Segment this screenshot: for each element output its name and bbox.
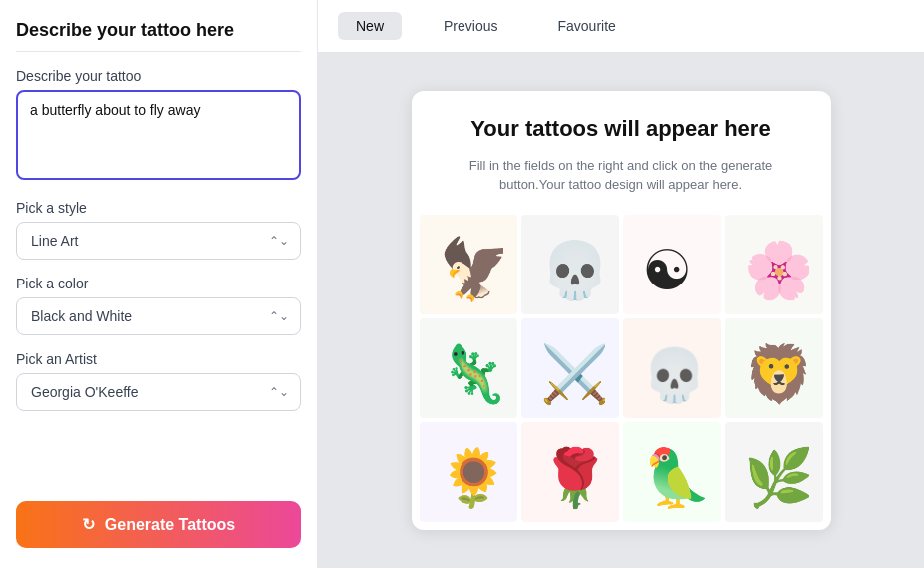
tattoo-cell-2: 💀 [521, 215, 619, 314]
preview-card: Your tattoos will appear here Fill in th… [412, 91, 831, 530]
tattoo-cell-12: 🌿 [725, 422, 823, 522]
tattoo-cell-11: 🦜 [623, 422, 721, 522]
tattoo-grid: 🦅 💀 ☯ 🌸 [412, 207, 831, 530]
tattoo-cell-7: 💀 [623, 318, 721, 418]
tattoo-cell-5: 🦎 [420, 318, 517, 418]
artist-select-wrapper: Georgia O'Keeffe Frida Kahlo Salvador Da… [16, 373, 301, 411]
tattoo-cell-3: ☯ [623, 215, 721, 314]
style-label: Pick a style [16, 200, 301, 216]
tattoo-cell-6: ⚔️ [521, 318, 619, 418]
style-select-wrapper: Line Art Realism Traditional Neo-Traditi… [16, 222, 301, 260]
tattoo-cell-4: 🌸 [725, 215, 823, 314]
tab-new[interactable]: New [338, 12, 402, 40]
svg-text:🌹: 🌹 [540, 445, 605, 511]
svg-text:🦅: 🦅 [439, 234, 503, 304]
tattoo-cell-10: 🌹 [521, 422, 619, 522]
preview-text-area: Your tattoos will appear here Fill in th… [412, 91, 831, 207]
tattoo-cell-8: 🦁 [725, 318, 823, 418]
svg-text:⚔️: ⚔️ [540, 341, 605, 407]
color-select-wrapper: Black and White Full Color Grayscale Pas… [16, 297, 301, 335]
tattoo-cell-9: 🌻 [420, 422, 517, 522]
color-select[interactable]: Black and White Full Color Grayscale Pas… [16, 297, 301, 335]
refresh-icon: ↻ [82, 515, 95, 534]
svg-text:🦎: 🦎 [439, 341, 503, 407]
color-label: Pick a color [16, 276, 301, 291]
color-field: Pick a color Black and White Full Color … [16, 276, 301, 335]
tabs-bar: New Previous Favourite [318, 0, 924, 53]
preview-subtitle: Fill in the fields on the right and clic… [444, 156, 799, 195]
style-select[interactable]: Line Art Realism Traditional Neo-Traditi… [16, 222, 301, 260]
generate-button[interactable]: ↻ Generate Tattoos [16, 501, 301, 548]
tattoo-label: Describe your tattoo [16, 68, 301, 84]
tattoo-textarea[interactable]: a butterfly about to fly away [16, 90, 301, 180]
right-panel: New Previous Favourite Your tattoos will… [318, 0, 924, 568]
artist-select[interactable]: Georgia O'Keeffe Frida Kahlo Salvador Da… [16, 373, 301, 411]
svg-text:🦁: 🦁 [744, 341, 809, 407]
artist-label: Pick an Artist [16, 351, 301, 367]
artist-field: Pick an Artist Georgia O'Keeffe Frida Ka… [16, 351, 301, 411]
panel-title: Describe your tattoo here [16, 20, 301, 52]
svg-text:🌻: 🌻 [439, 445, 503, 511]
style-field: Pick a style Line Art Realism Traditiona… [16, 200, 301, 260]
svg-text:☯: ☯ [642, 239, 692, 301]
tab-favourite[interactable]: Favourite [539, 12, 633, 40]
svg-text:🌸: 🌸 [744, 238, 809, 303]
svg-text:🦜: 🦜 [642, 445, 707, 511]
preview-title: Your tattoos will appear here [444, 115, 799, 144]
svg-text:🌿: 🌿 [744, 445, 809, 511]
svg-text:💀: 💀 [642, 344, 707, 406]
tab-previous[interactable]: Previous [426, 12, 515, 40]
left-panel: Describe your tattoo here Describe your … [0, 0, 318, 568]
tattoo-cell-1: 🦅 [420, 215, 517, 314]
svg-text:💀: 💀 [540, 238, 605, 303]
generate-button-label: Generate Tattoos [105, 516, 235, 534]
right-content: Your tattoos will appear here Fill in th… [318, 53, 924, 568]
tattoo-description-field: Describe your tattoo a butterfly about t… [16, 68, 301, 184]
